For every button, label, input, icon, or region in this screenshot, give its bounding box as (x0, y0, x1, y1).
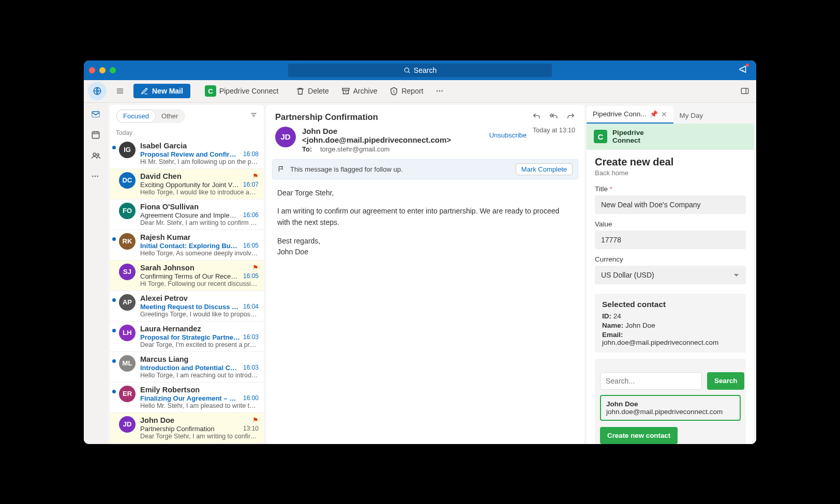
globe-icon[interactable] (88, 82, 107, 100)
delete-button[interactable]: Delete (293, 85, 332, 98)
reply-all-icon[interactable] (549, 112, 558, 123)
svg-point-15 (93, 153, 96, 156)
minimize-window[interactable] (99, 67, 106, 73)
result-name: John Doe (606, 400, 734, 408)
more-apps-icon[interactable]: ⋯ (91, 171, 101, 181)
left-rail: ⋯ (84, 103, 108, 444)
zoom-window[interactable] (110, 67, 116, 73)
flag-banner: This message is flagged for follow up. M… (272, 159, 578, 179)
sender: John Doe (140, 416, 174, 424)
back-home-link[interactable]: Back home (595, 169, 746, 177)
unread-dot (112, 237, 116, 241)
unread-dot (112, 298, 116, 302)
body-sign1: Best regards, (277, 237, 320, 245)
contact-search-input[interactable] (600, 372, 702, 390)
subject: Meeting Request to Discuss Po... (140, 303, 240, 311)
avatar: JD (119, 416, 136, 433)
time: 16:08 (243, 150, 259, 158)
banner-text: This message is flagged for follow up. (290, 165, 403, 173)
title-input[interactable] (595, 195, 746, 214)
time: 16:03 (243, 333, 259, 341)
create-contact-button[interactable]: Create new contact (600, 427, 678, 444)
preview: Dear Torge, I'm excited to present a pro… (140, 341, 259, 348)
sender-avatar: JD (275, 127, 296, 147)
close-window[interactable] (89, 67, 95, 73)
mail-item[interactable]: RKRajesh KumarInitial Contact: Exploring… (110, 230, 264, 261)
from-row: JD John Doe <john.doe@mail.pipedriveconn… (266, 127, 584, 159)
compose-icon (141, 87, 148, 95)
calendar-icon[interactable] (91, 130, 101, 140)
flag-icon: ⚑ (252, 264, 259, 271)
contact-search-button[interactable]: Search (707, 372, 744, 390)
mail-item[interactable]: FOFiona O'SullivanAgreement Closure and … (110, 200, 264, 230)
tab-myday[interactable]: My Day (673, 108, 710, 124)
archive-button[interactable]: Archive (338, 85, 381, 98)
message-actions (532, 112, 575, 123)
mail-list[interactable]: IGIsabel GarciaProposal Review and Confi… (110, 139, 264, 444)
mail-item[interactable]: IGIsabel GarciaProposal Review and Confi… (110, 139, 264, 169)
result-email: john.doe@mail.pipedriveconnect.com (606, 408, 734, 416)
mail-item[interactable]: MLMarcus LiangIntroduction and Potential… (110, 352, 264, 383)
open-panel-icon[interactable] (738, 84, 752, 98)
addon-body: C PipedriveConnect Create new deal Back … (587, 124, 754, 444)
new-mail-button[interactable]: New Mail (133, 84, 190, 98)
unsubscribe-link[interactable]: Unsubscribe (489, 131, 527, 139)
filter-icon[interactable] (250, 111, 258, 120)
pipedrive-connect-button[interactable]: C Pipedrive Connect (202, 83, 281, 99)
currency-select[interactable]: US Dollar (USD) (595, 266, 746, 284)
mail-icon[interactable] (91, 109, 101, 119)
mail-item[interactable]: EREmily RobertsonFinalizing Our Agreemen… (110, 383, 264, 413)
to-row: To: torge.stehr@gmail.com (302, 145, 527, 153)
form-heading: Create new deal (595, 156, 746, 168)
pin-icon[interactable]: 📌 (650, 110, 658, 118)
reply-icon[interactable] (532, 112, 541, 123)
svg-line-1 (409, 71, 410, 73)
close-icon[interactable]: ✕ (661, 110, 667, 118)
mail-item[interactable]: LHLaura HernandezProposal for Strategic … (110, 322, 264, 352)
forward-icon[interactable] (566, 112, 575, 123)
tab-pipedrive[interactable]: Pipedrive Conn... 📌 ✕ (587, 106, 673, 124)
search-box[interactable]: Search (288, 64, 552, 77)
unread-dot (112, 329, 116, 332)
contact-id: 24 (613, 312, 621, 320)
contact-email: john.doe@mail.pipedriveconnect.com (602, 339, 718, 346)
mail-item[interactable]: JDJohn Doe⚑Partnership Confirmation13:10… (110, 413, 264, 444)
search-result[interactable]: John Doe john.doe@mail.pipedriveconnect.… (600, 395, 741, 421)
new-mail-label: New Mail (152, 87, 183, 95)
announcements-icon[interactable] (739, 65, 748, 75)
subject: Initial Contact: Exploring Busin... (140, 242, 240, 250)
section-label: Today (110, 127, 264, 139)
message-header: Partnership Confirmation (266, 105, 584, 127)
mark-complete-button[interactable]: Mark Complete (516, 163, 573, 175)
tab-focused[interactable]: Focused (117, 110, 155, 122)
tab-other[interactable]: Other (155, 110, 185, 122)
subject: Confirming Terms of Our Recent... (140, 272, 240, 280)
avatar: DC (119, 172, 136, 189)
sender: Sarah Johnson (140, 264, 194, 272)
reading-pane: Partnership Confirmation JD John Doe <jo… (266, 105, 584, 444)
message-subject: Partnership Confirmation (275, 112, 378, 122)
message-body: Dear Torge Stehr, I am writing to confir… (266, 185, 584, 268)
search-icon (403, 67, 411, 74)
time: 16:05 (243, 242, 259, 250)
hamburger-icon[interactable] (113, 84, 127, 98)
body-line: I am writing to confirm our agreement to… (277, 206, 573, 228)
svg-point-0 (404, 68, 409, 72)
main-area: ⋯ Focused Other Today IGIsabel GarciaPro… (84, 103, 756, 444)
report-button[interactable]: Report (386, 85, 426, 98)
addon-panel: Pipedrive Conn... 📌 ✕ My Day C Pipedrive… (587, 105, 754, 444)
list-header: Focused Other (110, 105, 264, 127)
mail-item[interactable]: DCDavid Chen⚑Exciting Opportunity for Jo… (110, 169, 264, 200)
sender: Rajesh Kumar (140, 233, 191, 241)
more-icon[interactable]: ⋯ (433, 84, 447, 98)
subject: Proposal Review and Confirmat... (140, 150, 240, 158)
value-input[interactable] (595, 231, 746, 249)
sender: Marcus Liang (140, 355, 188, 363)
mail-item[interactable]: SJSarah Johnson⚑Confirming Terms of Our … (110, 261, 264, 291)
avatar: ER (119, 386, 136, 402)
svg-rect-11 (92, 132, 99, 138)
mail-item[interactable]: APAlexei PetrovMeeting Request to Discus… (110, 291, 264, 322)
flag-icon: ⚑ (252, 172, 259, 180)
pipedrive-logo-icon: C (594, 130, 607, 143)
people-icon[interactable] (91, 150, 101, 161)
